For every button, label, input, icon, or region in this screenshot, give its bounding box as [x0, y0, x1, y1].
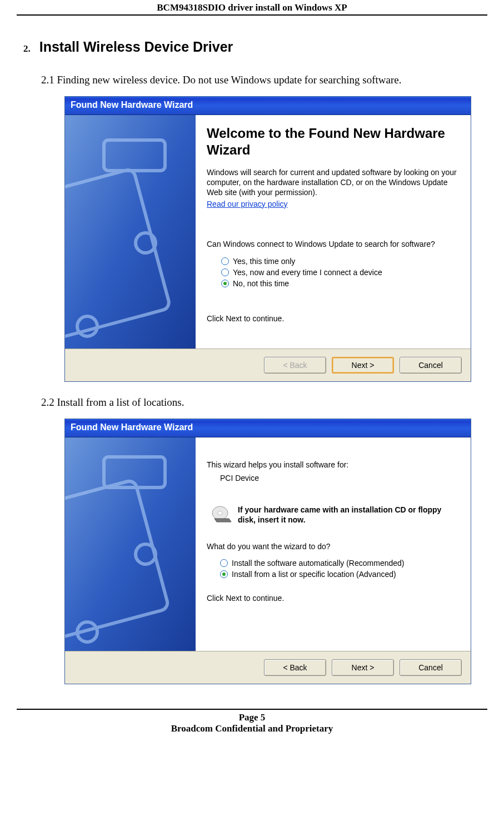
back-button: < Back [264, 357, 326, 374]
wizard-dialog-1: Found New Hardware Wizard [64, 96, 471, 382]
step-2-1-text: 2.1 Finding new wireless device. Do not … [41, 74, 487, 86]
radio-option-yes-once[interactable]: Yes, this time only [221, 257, 458, 266]
radio-option-no[interactable]: No, not this time [221, 279, 458, 288]
section-title: Install Wireless Device Driver [39, 39, 233, 55]
wizard-intro-text: Windows will search for current and upda… [207, 167, 458, 198]
wizard-sidebar-graphic [65, 437, 196, 651]
wizard-question: Can Windows connect to Windows Update to… [207, 239, 458, 249]
dialog-titlebar: Found New Hardware Wizard [65, 419, 471, 437]
cd-notice-text: If your hardware came with an installati… [238, 505, 458, 525]
radio-label: Install the software automatically (Reco… [232, 559, 404, 568]
svg-rect-0 [65, 115, 196, 349]
privacy-policy-link[interactable]: Read our privacy policy [207, 200, 288, 208]
page-footer: Page 5 Broadcom Confidential and Proprie… [17, 709, 487, 745]
cancel-button[interactable]: Cancel [400, 357, 462, 374]
next-button[interactable]: Next > [332, 659, 394, 676]
click-next-text: Click Next to continue. [207, 593, 458, 603]
radio-icon [221, 280, 229, 287]
wizard2-intro: This wizard helps you install software f… [207, 460, 458, 470]
dialog-titlebar: Found New Hardware Wizard [65, 97, 471, 115]
page-header: BCM94318SDIO driver install on Windows X… [17, 0, 487, 16]
wizard-sidebar-graphic [65, 115, 196, 349]
dialog-button-bar: < Back Next > Cancel [65, 651, 471, 684]
dialog-button-bar: < Back Next > Cancel [65, 349, 471, 381]
page-number: Page 5 [17, 712, 487, 723]
wizard-dialog-2: Found New Hardware Wizard [64, 419, 471, 684]
radio-option-auto[interactable]: Install the software automatically (Reco… [220, 559, 458, 568]
radio-label: No, not this time [233, 279, 289, 288]
step-2-2-text: 2.2 Install from a list of locations. [41, 396, 487, 409]
section-heading-row: 2. Install Wireless Device Driver [23, 39, 487, 55]
radio-icon [220, 559, 228, 567]
wizard-heading: Welcome to the Found New Hardware Wizard [207, 125, 458, 158]
radio-icon [221, 268, 229, 276]
radio-icon [220, 570, 228, 578]
next-button[interactable]: Next > [332, 357, 394, 374]
radio-label: Yes, now and every time I connect a devi… [233, 268, 382, 277]
radio-option-yes-always[interactable]: Yes, now and every time I connect a devi… [221, 268, 458, 277]
confidentiality-notice: Broadcom Confidential and Proprietary [17, 723, 487, 734]
click-next-text: Click Next to continue. [207, 314, 458, 324]
section-number: 2. [23, 43, 31, 54]
radio-option-advanced[interactable]: Install from a list or specific location… [220, 570, 458, 579]
cd-icon [210, 505, 232, 524]
back-button[interactable]: < Back [264, 659, 326, 676]
cancel-button[interactable]: Cancel [400, 659, 462, 676]
dialog-title: Found New Hardware Wizard [71, 100, 193, 110]
radio-icon [221, 257, 229, 265]
what-do-question: What do you want the wizard to do? [207, 541, 458, 551]
svg-point-11 [218, 511, 222, 515]
radio-label: Install from a list or specific location… [232, 570, 396, 579]
dialog-title: Found New Hardware Wizard [71, 422, 193, 432]
radio-label: Yes, this time only [233, 257, 295, 266]
device-name: PCI Device [220, 473, 458, 483]
